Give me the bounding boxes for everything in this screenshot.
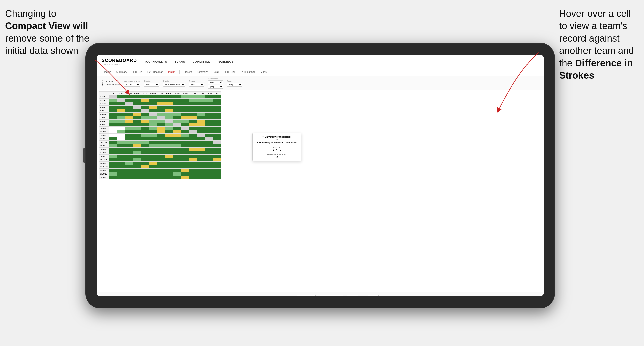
matrix-cell[interactable] (117, 106, 125, 109)
matrix-cell[interactable] (165, 141, 173, 144)
matrix-cell[interactable] (149, 99, 157, 102)
matrix-cell[interactable] (197, 141, 205, 144)
matrix-cell[interactable] (189, 99, 197, 102)
matrix-cell[interactable] (197, 176, 205, 179)
matrix-cell[interactable] (117, 127, 125, 130)
matrix-cell[interactable] (149, 151, 157, 155)
matrix-cell[interactable] (133, 151, 141, 155)
matrix-cell[interactable] (197, 99, 205, 102)
max-teams-select[interactable]: Top 50 (124, 83, 140, 86)
division-select[interactable]: NCAA Division I (163, 83, 185, 86)
matrix-cell[interactable] (125, 172, 133, 176)
matrix-cell[interactable] (181, 102, 189, 106)
matrix-cell[interactable] (117, 169, 125, 172)
matrix-cell[interactable] (213, 158, 221, 162)
matrix-cell[interactable] (213, 120, 221, 123)
matrix-cell[interactable] (157, 162, 165, 165)
subnav-summary-l[interactable]: Summary (114, 70, 129, 74)
matrix-cell[interactable] (157, 99, 165, 102)
matrix-cell[interactable] (205, 99, 213, 102)
matrix-cell[interactable] (189, 109, 197, 113)
matrix-cell[interactable] (197, 134, 205, 137)
matrix-cell[interactable] (165, 120, 173, 123)
matrix-cell[interactable] (149, 113, 157, 116)
matrix-cell[interactable] (125, 162, 133, 165)
matrix-cell[interactable] (149, 172, 157, 176)
matrix-cell[interactable] (125, 130, 133, 134)
matrix-cell[interactable] (181, 151, 189, 155)
matrix-cell[interactable] (213, 130, 221, 134)
matrix-cell[interactable] (213, 162, 221, 165)
matrix-cell[interactable] (189, 102, 197, 106)
matrix-cell[interactable] (189, 130, 197, 134)
matrix-cell[interactable] (205, 102, 213, 106)
matrix-cell[interactable] (157, 120, 165, 123)
matrix-cell[interactable] (165, 165, 173, 169)
matrix-cell[interactable] (157, 158, 165, 162)
matrix-cell[interactable] (181, 165, 189, 169)
matrix-cell[interactable] (133, 144, 141, 148)
matrix-cell[interactable] (173, 113, 181, 116)
team-select[interactable]: (All) (227, 83, 242, 86)
matrix-cell[interactable] (109, 123, 117, 127)
matrix-cell[interactable] (213, 99, 221, 102)
matrix-cell[interactable] (189, 106, 197, 109)
view-original-btn[interactable]: View: Original (297, 295, 315, 296)
matrix-cell[interactable] (181, 158, 189, 162)
matrix-cell[interactable] (189, 120, 197, 123)
matrix-cell[interactable] (205, 113, 213, 116)
matrix-cell[interactable] (149, 130, 157, 134)
subnav-teams[interactable]: Teams (102, 70, 113, 74)
matrix-cell[interactable] (149, 116, 157, 120)
matrix-cell[interactable] (189, 134, 197, 137)
matrix-cell[interactable] (149, 158, 157, 162)
matrix-cell[interactable] (109, 144, 117, 148)
matrix-cell[interactable] (109, 158, 117, 162)
matrix-cell[interactable] (125, 155, 133, 158)
matrix-cell[interactable] (197, 120, 205, 123)
matrix-cell[interactable] (133, 99, 141, 102)
matrix-cell[interactable] (197, 113, 205, 116)
subnav-detail[interactable]: Detail (211, 70, 221, 74)
matrix-cell[interactable] (157, 116, 165, 120)
matrix-cell[interactable] (149, 95, 157, 99)
matrix-cell[interactable] (165, 123, 173, 127)
matrix-cell[interactable] (149, 155, 157, 158)
matrix-cell[interactable] (189, 95, 197, 99)
matrix-cell[interactable] (157, 155, 165, 158)
matrix-cell[interactable] (117, 130, 125, 134)
matrix-cell[interactable] (181, 130, 189, 134)
matrix-cell[interactable] (109, 109, 117, 113)
matrix-cell[interactable] (165, 116, 173, 120)
matrix-cell[interactable] (117, 172, 125, 176)
matrix-cell[interactable] (173, 158, 181, 162)
subnav-matrix-r[interactable]: Matrix (258, 70, 269, 74)
matrix-cell[interactable] (173, 162, 181, 165)
matrix-cell[interactable] (125, 144, 133, 148)
matrix-cell[interactable] (125, 151, 133, 155)
matrix-cell[interactable] (141, 144, 149, 148)
matrix-cell[interactable] (117, 141, 125, 144)
matrix-cell[interactable] (157, 144, 165, 148)
matrix-cell[interactable] (213, 123, 221, 127)
matrix-cell[interactable] (149, 169, 157, 172)
matrix-cell[interactable] (165, 144, 173, 148)
matrix-cell[interactable] (181, 141, 189, 144)
matrix-cell[interactable] (165, 127, 173, 130)
matrix-cell[interactable] (157, 172, 165, 176)
matrix-cell[interactable] (173, 116, 181, 120)
matrix-cell[interactable] (141, 158, 149, 162)
matrix-cell[interactable] (125, 120, 133, 123)
matrix-cell[interactable] (181, 148, 189, 151)
matrix-cell[interactable] (157, 130, 165, 134)
matrix-cell[interactable] (141, 155, 149, 158)
matrix-cell[interactable] (157, 113, 165, 116)
matrix-cell[interactable] (133, 130, 141, 134)
subnav-players[interactable]: Players (182, 70, 194, 74)
matrix-cell[interactable] (165, 109, 173, 113)
matrix-cell[interactable] (141, 162, 149, 165)
matrix-cell[interactable] (133, 172, 141, 176)
matrix-cell[interactable] (133, 106, 141, 109)
matrix-cell[interactable] (157, 95, 165, 99)
matrix-cell[interactable] (205, 172, 213, 176)
